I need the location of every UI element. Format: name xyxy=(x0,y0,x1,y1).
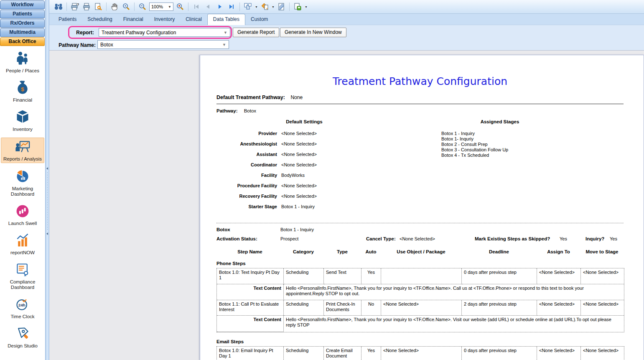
report-highlight-annotation: Report: Treatment Pathway Configuration … xyxy=(68,26,232,39)
presentation-chart-icon xyxy=(1,139,44,155)
prev-page-icon[interactable] xyxy=(203,2,213,12)
page-setup-icon[interactable] xyxy=(93,2,103,12)
money-bag-icon: $ xyxy=(0,80,45,96)
sidebar-item-inventory[interactable]: Inventory xyxy=(0,108,45,133)
assigned-stages-heading: Assigned Stages xyxy=(441,119,558,124)
cell-deadline: 0 days after previous step xyxy=(462,268,537,284)
pathway-name-value: Botox xyxy=(100,42,113,48)
tab-custom[interactable]: Custom xyxy=(245,14,273,25)
column-header: Deadline xyxy=(461,249,537,254)
setting-row: Procedure Facility <None Selected> xyxy=(216,183,409,189)
svg-text:?: ? xyxy=(77,3,79,7)
sidebar-item-reportnow[interactable]: reportNOW xyxy=(0,232,45,256)
zoom-in-icon[interactable] xyxy=(175,2,185,12)
assigned-stages-section: Assigned Stages Botox 1 - Inquiry Botox … xyxy=(441,119,558,214)
stage-list-item: Botox 4 - Tx Scheduled xyxy=(441,153,558,158)
pathway-name-label: Pathway Name: xyxy=(51,42,96,48)
sidebar-item-financial[interactable]: $ Financial xyxy=(0,79,45,104)
sidebar-splitter[interactable] xyxy=(45,0,49,360)
chevron-down-icon[interactable]: ▼ xyxy=(255,5,258,8)
sidebar: Workflow Patients Rx/Orders Multimedia B… xyxy=(0,0,45,360)
cell-category: Scheduling xyxy=(284,300,324,316)
generate-report-button[interactable]: Generate Report xyxy=(233,28,279,37)
clock-24h-icon: 24h xyxy=(0,297,45,313)
print-icon[interactable] xyxy=(81,2,92,12)
last-page-icon[interactable] xyxy=(227,2,237,12)
toolbar-separator xyxy=(134,3,135,11)
splitter-grip xyxy=(47,172,48,231)
tab-clinical[interactable]: Clinical xyxy=(180,14,207,25)
setting-value: <None Selected> xyxy=(281,183,317,189)
stage-list-item: Botox 3 - Consultation Follow Up xyxy=(441,147,558,153)
next-page-icon[interactable] xyxy=(215,2,225,12)
sidebar-item-people-places[interactable]: People / Places xyxy=(0,50,45,74)
default-pathway-value: None xyxy=(290,94,303,100)
report-select[interactable]: Treatment Pathway Configuration ▼ xyxy=(99,28,230,37)
chevron-down-icon: ▼ xyxy=(168,5,171,9)
first-page-icon[interactable] xyxy=(191,2,201,12)
column-header: Type xyxy=(323,249,361,254)
sidebar-nav-rx-orders[interactable]: Rx/Orders xyxy=(0,19,45,28)
tab-patients[interactable]: Patients xyxy=(53,14,82,25)
print-preview-icon[interactable]: ? xyxy=(70,2,80,12)
cell-auto: Yes xyxy=(361,268,381,284)
zoom-level-select[interactable]: 100% ▼ xyxy=(149,3,173,11)
people-places-icon xyxy=(0,51,45,67)
default-pathway-row: Default Treatment Pathway: None xyxy=(216,94,624,100)
cell-type: Print Check-In Documents xyxy=(324,300,361,316)
report-label: Report: xyxy=(76,30,94,36)
setting-row: Assistant <None Selected> xyxy=(216,152,409,157)
zoom-level-value: 100% xyxy=(151,4,163,9)
sidebar-item-marketing-dashboard[interactable]: Marketing Dashboard xyxy=(0,168,45,198)
splitter-collapse-icon xyxy=(46,232,48,235)
chevron-down-icon[interactable]: ▼ xyxy=(305,5,308,8)
sidebar-nav-workflow[interactable]: Workflow xyxy=(0,0,45,9)
stage-list-item: Botox 1- Inquriy xyxy=(441,136,558,142)
sidebar-item-reports-analysis[interactable]: Reports / Analysis xyxy=(1,138,44,163)
step-table-headers: Step Name Category Type Auto Use Object … xyxy=(216,249,624,254)
multipage-icon[interactable] xyxy=(243,2,253,12)
column-header: Use Object / Package xyxy=(381,249,461,254)
divider xyxy=(216,104,624,104)
pan-hand-icon[interactable] xyxy=(109,2,120,12)
generate-in-new-window-button[interactable]: Generate In New Window xyxy=(280,28,346,37)
setting-row: Coordinator <None Selected> xyxy=(216,162,409,168)
export-icon[interactable] xyxy=(293,2,303,12)
sidebar-item-compliance-dashboard[interactable]: Compliance Dashboard xyxy=(0,261,45,291)
cell-step-name: Botox 1.0: Text Inquiry Pt Day 1 xyxy=(217,268,284,284)
find-icon[interactable] xyxy=(53,2,64,12)
sidebar-item-design-studio[interactable]: Design Studio xyxy=(0,325,45,350)
setting-value: BodyWorks xyxy=(281,173,305,178)
report-viewer: Treatment Pathway Configuration Default … xyxy=(49,50,644,360)
zoom-icon[interactable] xyxy=(121,2,131,12)
tab-financial[interactable]: Financial xyxy=(118,14,149,25)
swell-bars-icon xyxy=(0,204,45,220)
tab-inventory[interactable]: Inventory xyxy=(149,14,180,25)
sidebar-item-time-clock[interactable]: 24h Time Clock xyxy=(0,296,45,320)
tab-data-tables[interactable]: Data Tables xyxy=(207,14,245,25)
app-window: Workflow Patients Rx/Orders Multimedia B… xyxy=(0,0,644,360)
sidebar-item-label: Launch Swell xyxy=(0,220,45,226)
sidebar-item-label: Time Clock xyxy=(0,313,45,319)
column-header: Category xyxy=(283,249,323,254)
column-header: Step Name xyxy=(216,249,283,254)
column-header: Move to Stage xyxy=(580,249,624,254)
sidebar-tool-list: People / Places $ Financial xyxy=(0,46,45,350)
sidebar-nav-back-office[interactable]: Back Office xyxy=(0,37,45,46)
pathway-name-select[interactable]: Botox ▼ xyxy=(97,40,229,49)
sidebar-nav-patients[interactable]: Patients xyxy=(0,10,45,18)
text-content-label: Text Content xyxy=(217,316,284,332)
zoom-out-icon[interactable] xyxy=(137,2,148,12)
cancel-type-value: <None Selected> xyxy=(400,236,435,242)
splitter-collapse-icon xyxy=(46,167,48,170)
report-content: Treatment Pathway Configuration Default … xyxy=(216,75,624,360)
stage-current: Botox 1 - Inquiry xyxy=(280,227,314,232)
watermark-icon[interactable] xyxy=(276,2,286,12)
sidebar-nav-multimedia[interactable]: Multimedia xyxy=(0,28,45,37)
column-header: Auto xyxy=(361,249,381,254)
sidebar-item-launch-swell[interactable]: Launch Swell xyxy=(0,202,45,227)
chevron-down-icon[interactable]: ▼ xyxy=(272,5,275,8)
tab-scheduling[interactable]: Scheduling xyxy=(82,14,117,25)
page-color-icon[interactable] xyxy=(260,2,270,12)
cell-move-to-stage: <None Selected> xyxy=(581,268,624,284)
